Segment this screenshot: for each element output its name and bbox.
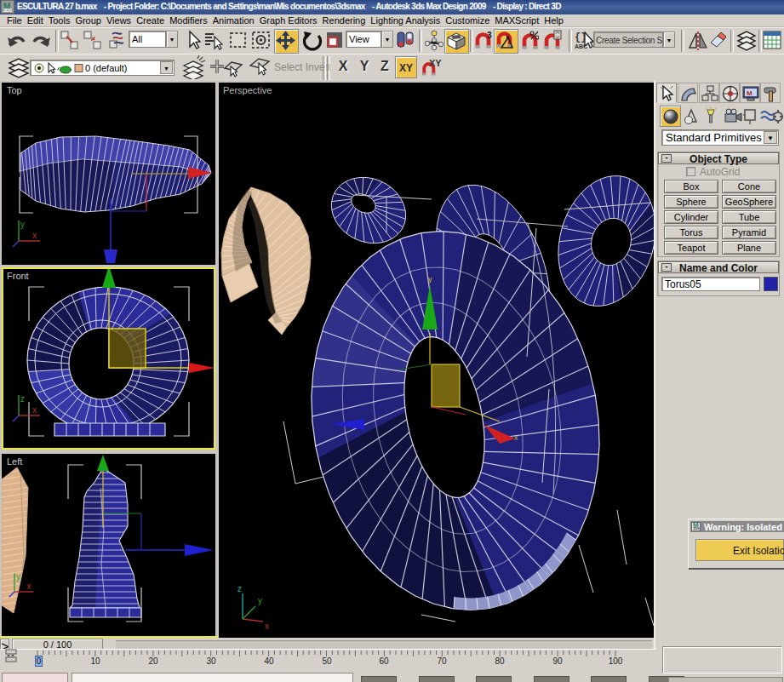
svg-text:100: 100 [609,656,623,666]
svg-text:60: 60 [379,656,389,666]
svg-text:50: 50 [322,656,332,666]
svg-text:30: 30 [206,656,216,666]
svg-text:90: 90 [552,656,563,666]
svg-text:x: x [32,405,37,415]
svg-text:x: x [265,622,269,631]
svg-text:M: M [747,89,753,97]
svg-text:x: x [26,582,31,591]
svg-text:20: 20 [148,656,158,666]
svg-text:XY: XY [429,58,442,68]
svg-text:y: y [428,275,432,284]
svg-text:10: 10 [90,656,100,666]
svg-text:40: 40 [264,656,274,666]
svg-text:80: 80 [495,656,505,666]
svg-text:y: y [258,596,262,605]
svg-text:y: y [16,572,20,582]
svg-text:z: z [237,584,242,593]
svg-text:x: x [32,231,37,240]
svg-text:z: z [20,394,25,404]
svg-text:y: y [20,220,25,229]
svg-text:x: x [514,433,518,442]
svg-text:70: 70 [437,656,447,666]
svg-text:3: 3 [487,31,492,40]
